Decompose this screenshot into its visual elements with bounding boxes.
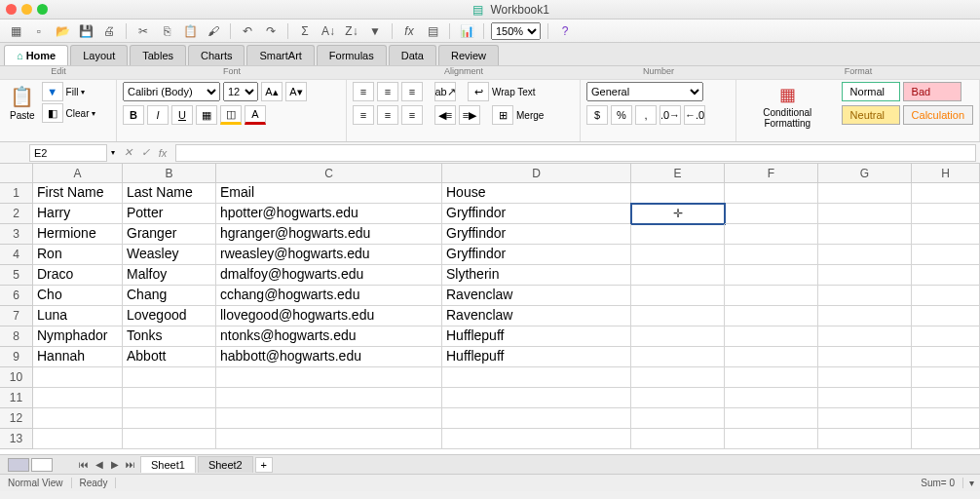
currency-icon[interactable]: $ [586,105,608,125]
row-header-2[interactable]: 2 [0,204,33,224]
cell-F7[interactable] [725,306,818,326]
cell-C9[interactable]: habbott@hogwarts.edu [216,347,442,367]
conditional-formatting-button[interactable]: ▦ Conditional Formatting [742,82,833,131]
cell-B13[interactable] [123,429,216,449]
redo-icon[interactable]: ↷ [261,22,281,40]
bold-button[interactable]: B [123,105,144,125]
cell-F11[interactable] [725,388,818,408]
row-header-5[interactable]: 5 [0,265,33,286]
number-format-select[interactable]: General [586,82,703,101]
align-right-icon[interactable]: ≡ [401,105,423,125]
cell-F1[interactable] [725,183,818,204]
underline-button[interactable]: U [171,105,193,125]
row-header-9[interactable]: 9 [0,347,33,367]
align-middle-icon[interactable]: ≡ [377,82,398,101]
cell-C11[interactable] [216,388,442,408]
cell-B9[interactable]: Abbott [123,347,216,367]
font-size-select[interactable]: 12 [223,82,258,101]
tab-home[interactable]: ⌂Home [4,45,68,65]
row-header-10[interactable]: 10 [0,367,33,388]
percent-icon[interactable]: % [611,105,632,125]
cell-D10[interactable] [442,367,631,388]
tab-charts[interactable]: Charts [188,45,245,65]
cell-F5[interactable] [725,265,818,286]
row-header-6[interactable]: 6 [0,286,33,306]
cell-A13[interactable] [33,429,123,449]
style-bad[interactable]: Bad [903,82,961,101]
zoom-select[interactable]: 150% [491,22,541,40]
cell-C7[interactable]: llovegood@hogwarts.edu [216,306,442,326]
enter-icon[interactable]: ✓ [136,144,154,162]
col-header-A[interactable]: A [33,164,123,182]
close-window-button[interactable] [6,4,17,15]
cell-H6[interactable] [912,286,980,306]
col-header-C[interactable]: C [216,164,442,182]
cell-E3[interactable] [631,224,725,245]
cell-A4[interactable]: Ron [33,245,123,265]
cell-E5[interactable] [631,265,725,286]
cell-D5[interactable]: Slytherin [442,265,631,286]
cell-E8[interactable] [631,326,725,347]
cut-icon[interactable]: ✂ [133,22,153,40]
tab-tables[interactable]: Tables [130,45,186,65]
align-left-icon[interactable]: ≡ [353,105,374,125]
merge-icon[interactable]: ⊞ [492,105,513,125]
new-doc-icon[interactable]: ▫ [29,22,49,40]
cell-A6[interactable]: Cho [33,286,123,306]
clear-dropdown-icon[interactable]: ▾ [92,109,95,118]
cell-G9[interactable] [818,347,912,367]
increase-font-icon[interactable]: A▴ [261,82,283,101]
minimize-window-button[interactable] [21,4,32,15]
add-sheet-button[interactable]: + [255,457,273,473]
fill-down-icon[interactable]: ▼ [42,82,63,101]
row-header-8[interactable]: 8 [0,326,33,347]
cell-E2[interactable]: ✛ [631,204,725,224]
undo-icon[interactable]: ↶ [238,22,257,40]
open-icon[interactable]: 📂 [53,22,72,40]
cell-E7[interactable] [631,306,725,326]
increase-indent-icon[interactable]: ≡▶ [459,105,480,125]
cell-A10[interactable] [33,367,123,388]
cell-F13[interactable] [725,429,818,449]
row-header-3[interactable]: 3 [0,224,33,245]
cell-H3[interactable] [912,224,980,245]
cell-B6[interactable]: Chang [123,286,216,306]
cell-C4[interactable]: rweasley@hogwarts.edu [216,245,442,265]
cell-G10[interactable] [818,367,912,388]
cell-E10[interactable] [631,367,725,388]
first-sheet-icon[interactable]: ⏮ [76,457,92,473]
cell-C1[interactable]: Email [216,183,442,204]
autosum-icon[interactable]: Σ [295,22,315,40]
cell-B10[interactable] [123,367,216,388]
eraser-icon[interactable]: ◧ [42,103,63,123]
cell-G2[interactable] [818,204,912,224]
cell-A11[interactable] [33,388,123,408]
col-header-E[interactable]: E [631,164,725,182]
col-header-F[interactable]: F [725,164,818,182]
name-box[interactable] [29,144,107,162]
cell-A7[interactable]: Luna [33,306,123,326]
align-top-icon[interactable]: ≡ [353,82,374,101]
cell-D7[interactable]: Ravenclaw [442,306,631,326]
fill-dropdown-icon[interactable]: ▾ [81,88,85,96]
cell-A9[interactable]: Hannah [33,347,123,367]
cell-G1[interactable] [818,183,912,204]
next-sheet-icon[interactable]: ▶ [107,457,123,473]
cell-D6[interactable]: Ravenclaw [442,286,631,306]
paste-button[interactable]: 📋 Paste [6,83,39,123]
row-header-7[interactable]: 7 [0,306,33,326]
cell-H9[interactable] [912,347,980,367]
cell-D13[interactable] [442,429,631,449]
cell-G3[interactable] [818,224,912,245]
merge-label[interactable]: Merge [516,110,544,121]
cell-D1[interactable]: House [442,183,631,204]
italic-button[interactable]: I [147,105,169,125]
cell-C3[interactable]: hgranger@hogwarts.edu [216,224,442,245]
status-dropdown-icon[interactable]: ▾ [963,478,980,488]
tab-layout[interactable]: Layout [70,45,128,65]
cell-A3[interactable]: Hermione [33,224,123,245]
col-header-B[interactable]: B [123,164,216,182]
style-normal[interactable]: Normal [842,82,900,101]
increase-decimal-icon[interactable]: .0→ [660,105,681,125]
cell-F9[interactable] [725,347,818,367]
